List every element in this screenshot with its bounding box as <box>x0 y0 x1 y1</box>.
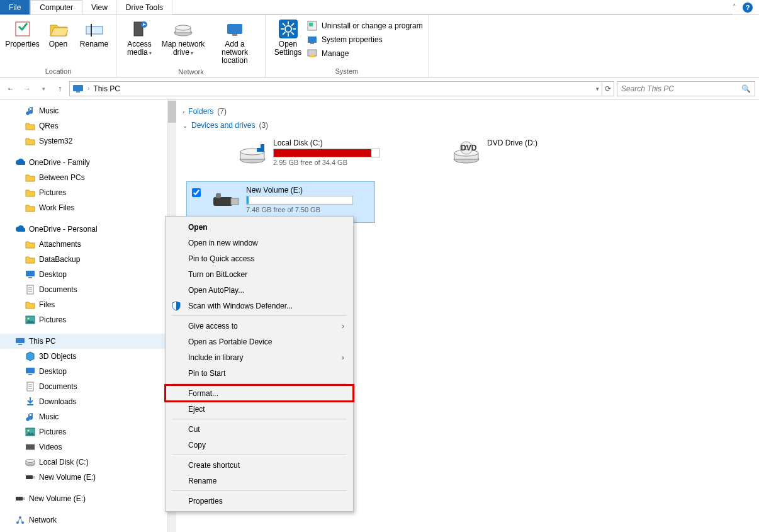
uninstall-program-button[interactable]: Uninstall or change a program <box>306 20 423 31</box>
tree-item[interactable]: Documents <box>0 282 167 297</box>
add-network-location-button[interactable]: Add a network location <box>210 18 260 67</box>
scroll-thumb[interactable] <box>168 101 176 123</box>
settings-gear-icon <box>278 19 298 39</box>
tree-item-label: Music <box>39 106 59 115</box>
context-item[interactable]: Give access to› <box>166 318 353 334</box>
tree-item[interactable]: Files <box>0 297 167 312</box>
section-folders[interactable]: › Folders (7) <box>183 105 753 118</box>
tree-item[interactable]: Pictures <box>0 424 167 439</box>
drive-local-disk-c[interactable]: Local Disk (C:) 2.95 GB free of 34.4 GB <box>214 135 403 176</box>
system-properties-button[interactable]: System properties <box>306 34 423 45</box>
svg-point-46 <box>28 430 30 432</box>
context-item[interactable]: Copy <box>166 437 353 453</box>
tree-item[interactable]: Music <box>0 103 167 118</box>
context-item[interactable]: Turn on BitLocker <box>166 266 353 282</box>
context-item-label: Create shortcut <box>188 461 240 470</box>
tab-file-label: File <box>9 3 21 12</box>
tree-item[interactable]: Videos <box>0 439 167 455</box>
music-icon <box>25 412 35 422</box>
collapse-ribbon-icon[interactable]: ˄ <box>733 3 736 11</box>
nav-recent-dropdown[interactable]: ▾ <box>37 82 50 96</box>
tree-item[interactable]: New Volume (E:) <box>0 470 167 485</box>
tab-view-label: View <box>91 3 108 12</box>
section-drives[interactable]: ⌄ Devices and drives (3) <box>183 118 753 132</box>
map-network-drive-button[interactable]: Map network drive <box>158 18 208 58</box>
tree-item-label: Pictures <box>39 188 66 197</box>
context-item[interactable]: Scan with Windows Defender... <box>166 298 353 314</box>
address-bar[interactable]: › This PC ▾ ⟳ <box>69 81 614 96</box>
context-item[interactable]: Pin to Quick access <box>166 251 353 266</box>
navigation-tree[interactable]: MusicQResSystem32OneDrive - FamilyBetwee… <box>0 99 167 532</box>
open-button[interactable]: Open <box>41 18 76 50</box>
search-box[interactable]: 🔍 <box>617 81 755 96</box>
context-item[interactable]: Rename <box>166 473 353 489</box>
context-item[interactable]: Include in library› <box>166 349 353 365</box>
tab-computer[interactable]: Computer <box>30 0 82 14</box>
tree-item-label: This PC <box>29 337 56 346</box>
nav-up-button[interactable]: ↑ <box>53 82 67 96</box>
tree-item[interactable]: This PC <box>0 334 167 349</box>
tree-item[interactable]: OneDrive - Personal <box>0 222 167 237</box>
tree-item-label: Files <box>39 300 55 309</box>
tree-item[interactable]: OneDrive - Family <box>0 155 167 170</box>
tree-item[interactable]: Network <box>0 512 167 528</box>
help-icon[interactable]: ? <box>743 3 753 13</box>
svg-text:DVD: DVD <box>461 144 477 152</box>
context-item[interactable]: Pin to Start <box>166 365 353 381</box>
svg-rect-48 <box>26 444 35 445</box>
tree-item[interactable]: Music <box>0 409 167 424</box>
context-item[interactable]: Open <box>166 219 353 235</box>
refresh-icon[interactable]: ⟳ <box>605 84 611 93</box>
svg-rect-54 <box>33 476 35 478</box>
tree-item[interactable]: 3D Objects <box>0 349 167 364</box>
rename-button[interactable]: Rename <box>77 18 111 50</box>
tree-item[interactable]: DataBackup <box>0 252 167 267</box>
address-dropdown-icon[interactable]: ▾ <box>596 86 599 92</box>
context-item[interactable]: Create shortcut <box>166 457 353 473</box>
tree-item[interactable]: Desktop <box>0 267 167 282</box>
tree-item[interactable]: Pictures <box>0 312 167 327</box>
open-settings-button[interactable]: Open Settings <box>271 18 305 58</box>
nav-forward-button[interactable]: → <box>20 82 34 96</box>
tree-item[interactable]: Between PCs <box>0 170 167 185</box>
context-item-label: Turn on BitLocker <box>188 270 247 279</box>
search-input[interactable] <box>621 84 751 93</box>
tree-item-label: OneDrive - Personal <box>29 225 98 234</box>
drive-c-checkbox[interactable] <box>219 139 232 141</box>
breadcrumb-this-pc[interactable]: This PC <box>93 84 120 93</box>
tab-drive-tools[interactable]: Drive Tools <box>117 0 172 14</box>
context-item[interactable]: Properties <box>166 493 353 509</box>
tree-item[interactable]: Pictures <box>0 185 167 200</box>
context-item[interactable]: Open as Portable Device <box>166 334 353 349</box>
dvd-drive-icon: DVD <box>452 139 481 167</box>
context-item[interactable]: Open in new window <box>166 235 353 251</box>
drive-e-stat: 7.48 GB free of 7.50 GB <box>246 205 369 213</box>
context-item[interactable]: Eject <box>166 401 353 417</box>
drive-e-checkbox[interactable] <box>192 186 205 197</box>
svg-rect-49 <box>26 449 35 450</box>
drive-dvd-d[interactable]: DVD DVD Drive (D:) <box>428 135 617 166</box>
tree-item[interactable]: Documents <box>0 379 167 394</box>
properties-button[interactable]: Properties <box>5 18 40 50</box>
access-media-button[interactable]: Access media <box>122 18 157 58</box>
tree-item[interactable]: Work Files <box>0 200 167 215</box>
tab-view[interactable]: View <box>82 0 117 14</box>
context-item[interactable]: Cut <box>166 421 353 437</box>
tree-item[interactable]: Local Disk (C:) <box>0 455 167 470</box>
context-item[interactable]: Open AutoPlay... <box>166 282 353 298</box>
manage-button[interactable]: Manage <box>306 48 423 59</box>
tree-item[interactable]: Downloads <box>0 394 167 409</box>
tree-item[interactable]: Attachments <box>0 237 167 252</box>
context-item[interactable]: Format... <box>166 385 353 401</box>
usb-icon <box>25 472 35 482</box>
svg-rect-27 <box>76 91 80 93</box>
tree-item[interactable]: New Volume (E:) <box>0 491 167 506</box>
tree-item[interactable]: Desktop <box>0 364 167 379</box>
svg-rect-44 <box>27 404 33 405</box>
tree-item[interactable]: QRes <box>0 118 167 133</box>
3d-icon <box>25 351 35 361</box>
nav-back-button[interactable]: ← <box>4 82 18 96</box>
tab-file[interactable]: File <box>0 0 30 14</box>
tree-item[interactable]: System32 <box>0 133 167 149</box>
doc-icon <box>25 382 35 392</box>
